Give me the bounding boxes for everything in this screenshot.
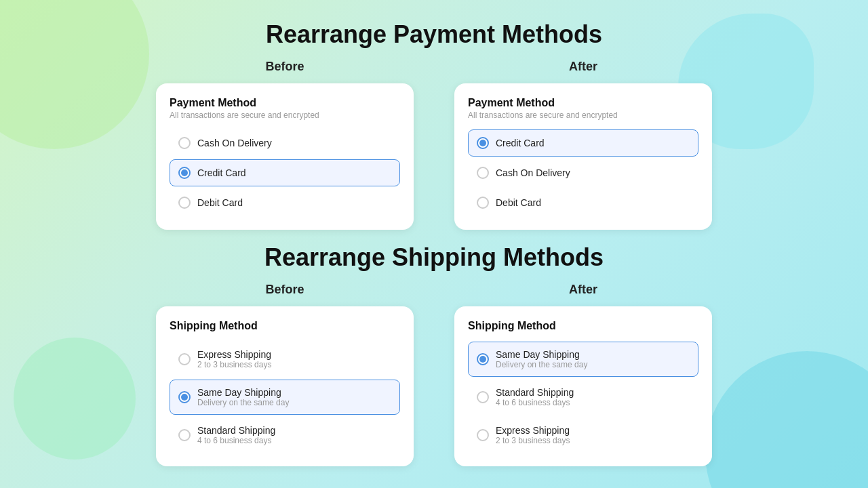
- option-sublabel: 4 to 6 business days: [496, 398, 574, 407]
- option-label: Debit Card: [197, 197, 243, 208]
- radio-inner-dot: [181, 169, 188, 176]
- option-text: Same Day Shipping Delivery on the same d…: [496, 349, 587, 369]
- payment-after-option-2[interactable]: Cash On Delivery: [468, 159, 698, 186]
- option-label: Cash On Delivery: [197, 138, 272, 148]
- shipping-before-card-title: Shipping Method: [170, 320, 400, 332]
- option-label: Express Shipping: [496, 425, 570, 436]
- option-text: Credit Card: [197, 167, 246, 178]
- radio-inner-dot: [181, 394, 188, 401]
- payment-after-card-subtitle: All transactions are secure and encrypte…: [468, 110, 698, 120]
- option-text: Express Shipping 2 to 3 business days: [197, 349, 271, 369]
- shipping-section: Rearrange Shipping Methods Before Shippi…: [27, 243, 841, 466]
- option-sublabel: 2 to 3 business days: [197, 360, 271, 369]
- payment-after-option-3[interactable]: Debit Card: [468, 189, 698, 216]
- shipping-after-option-1[interactable]: Same Day Shipping Delivery on the same d…: [468, 342, 698, 377]
- payment-after-card: Payment Method All transactions are secu…: [454, 83, 712, 230]
- shipping-after-option-3[interactable]: Express Shipping 2 to 3 business days: [468, 418, 698, 453]
- option-sublabel: 4 to 6 business days: [197, 436, 275, 445]
- shipping-before-option-1[interactable]: Express Shipping 2 to 3 business days: [170, 342, 400, 377]
- option-sublabel: Delivery on the same day: [197, 398, 289, 407]
- radio-unchecked: [178, 197, 191, 209]
- option-text: Cash On Delivery: [197, 138, 272, 148]
- shipping-after-card-title: Shipping Method: [468, 320, 698, 332]
- payment-before-label: Before: [265, 60, 304, 74]
- shipping-section-title: Rearrange Shipping Methods: [27, 243, 841, 272]
- shipping-columns: Before Shipping Method Express Shipping …: [27, 283, 841, 466]
- payment-before-option-1[interactable]: Cash On Delivery: [170, 129, 400, 157]
- option-text: Credit Card: [496, 138, 545, 148]
- payment-before-option-2[interactable]: Credit Card: [170, 159, 400, 186]
- payment-after-label: After: [569, 60, 597, 74]
- radio-inner-dot: [479, 140, 486, 146]
- shipping-before-label: Before: [265, 283, 304, 297]
- radio-unchecked: [178, 429, 191, 441]
- option-sublabel: 2 to 3 business days: [496, 436, 570, 445]
- shipping-before-card: Shipping Method Express Shipping 2 to 3 …: [156, 306, 414, 466]
- option-label: Same Day Shipping: [197, 387, 289, 398]
- option-text: Standard Shipping 4 to 6 business days: [496, 387, 574, 407]
- option-label: Same Day Shipping: [496, 349, 587, 360]
- payment-after-card-title: Payment Method: [468, 97, 698, 109]
- radio-checked: [178, 167, 191, 179]
- option-label: Standard Shipping: [496, 387, 574, 398]
- payment-section: Rearrange Payment Methods Before Payment…: [27, 20, 841, 230]
- shipping-after-label: After: [569, 283, 597, 297]
- radio-unchecked: [477, 391, 489, 403]
- shipping-before-column: Before Shipping Method Express Shipping …: [156, 283, 414, 466]
- shipping-before-option-2[interactable]: Same Day Shipping Delivery on the same d…: [170, 380, 400, 415]
- option-label: Standard Shipping: [197, 425, 275, 436]
- radio-unchecked: [477, 429, 489, 441]
- payment-after-option-1[interactable]: Credit Card: [468, 129, 698, 157]
- payment-before-card-subtitle: All transactions are secure and encrypte…: [170, 110, 400, 120]
- radio-checked: [477, 137, 489, 149]
- payment-before-column: Before Payment Method All transactions a…: [156, 60, 414, 230]
- option-label: Credit Card: [197, 167, 246, 178]
- option-text: Same Day Shipping Delivery on the same d…: [197, 387, 289, 407]
- option-sublabel: Delivery on the same day: [496, 360, 587, 369]
- option-text: Express Shipping 2 to 3 business days: [496, 425, 570, 445]
- option-text: Standard Shipping 4 to 6 business days: [197, 425, 275, 445]
- radio-checked: [178, 391, 191, 403]
- radio-unchecked: [178, 353, 191, 365]
- radio-checked: [477, 353, 489, 365]
- payment-section-title: Rearrange Payment Methods: [27, 20, 841, 49]
- option-label: Express Shipping: [197, 349, 271, 360]
- payment-before-card: Payment Method All transactions are secu…: [156, 83, 414, 230]
- shipping-after-card: Shipping Method Same Day Shipping Delive…: [454, 306, 712, 466]
- option-text: Cash On Delivery: [496, 167, 570, 178]
- payment-columns: Before Payment Method All transactions a…: [27, 60, 841, 230]
- shipping-before-option-3[interactable]: Standard Shipping 4 to 6 business days: [170, 418, 400, 453]
- option-text: Debit Card: [496, 197, 541, 208]
- radio-unchecked: [477, 197, 489, 209]
- option-label: Cash On Delivery: [496, 167, 570, 178]
- option-label: Debit Card: [496, 197, 541, 208]
- payment-before-option-3[interactable]: Debit Card: [170, 189, 400, 216]
- shipping-after-option-2[interactable]: Standard Shipping 4 to 6 business days: [468, 380, 698, 415]
- option-label: Credit Card: [496, 138, 545, 148]
- payment-before-card-title: Payment Method: [170, 97, 400, 109]
- option-text: Debit Card: [197, 197, 243, 208]
- radio-unchecked: [178, 137, 191, 149]
- shipping-after-column: After Shipping Method Same Day Shipping …: [454, 283, 712, 466]
- payment-after-column: After Payment Method All transactions ar…: [454, 60, 712, 230]
- radio-inner-dot: [479, 356, 486, 363]
- radio-unchecked: [477, 167, 489, 179]
